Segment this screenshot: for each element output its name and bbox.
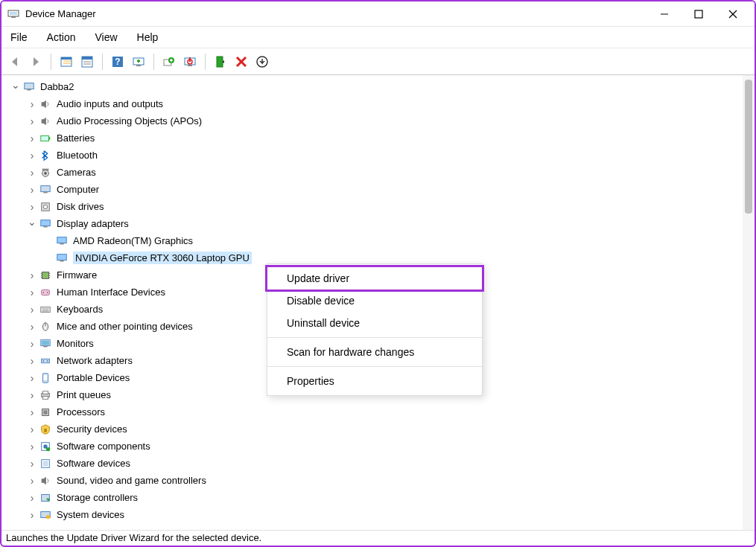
nav-back-button[interactable]	[6, 53, 24, 71]
chevron-right-icon[interactable]	[27, 390, 37, 400]
chevron-right-icon[interactable]	[27, 287, 37, 298]
monitor-icon	[39, 337, 52, 351]
chevron-right-icon[interactable]	[27, 373, 37, 383]
update-driver-button[interactable]	[160, 53, 178, 71]
maximize-button[interactable]	[682, 3, 716, 25]
toolbar-divider	[102, 54, 103, 70]
tree-category[interactable]: Batteries	[6, 129, 743, 147]
component-icon	[39, 440, 52, 453]
chevron-right-icon[interactable]	[27, 476, 37, 486]
tree-category[interactable]: Security devices	[6, 420, 743, 438]
nav-forward-button[interactable]	[27, 53, 45, 71]
ctx-update-driver[interactable]: Update driver	[267, 267, 482, 290]
menu-file[interactable]: File	[7, 30, 31, 45]
svg-rect-43	[42, 272, 49, 278]
chevron-right-icon[interactable]	[27, 510, 37, 520]
tree-label: Bluetooth	[57, 150, 98, 161]
svg-point-52	[47, 292, 48, 293]
tree-category[interactable]: System devices	[6, 506, 743, 523]
tree-category[interactable]: Sound, video and game controllers	[6, 472, 743, 489]
close-button[interactable]	[716, 3, 750, 25]
chevron-right-icon[interactable]	[27, 322, 37, 332]
chevron-right-icon[interactable]	[27, 356, 37, 366]
chevron-right-icon[interactable]	[27, 270, 37, 281]
svg-rect-50	[42, 290, 50, 295]
chevron-right-icon[interactable]	[27, 167, 37, 178]
title-bar: Device Manager	[1, 1, 755, 27]
tree-category[interactable]: Processors	[6, 403, 743, 420]
ctx-disable-device[interactable]: Disable device	[267, 290, 482, 312]
cpu-icon	[39, 406, 52, 419]
tree-category[interactable]: Cameras	[6, 164, 743, 181]
ctx-properties[interactable]: Properties	[267, 370, 482, 392]
app-icon	[7, 8, 19, 20]
chevron-right-icon[interactable]	[27, 116, 37, 127]
tree-label: System devices	[57, 509, 124, 520]
svg-rect-37	[41, 220, 50, 225]
tree-category[interactable]: Software devices	[6, 455, 743, 472]
help-button[interactable]: ?	[109, 53, 127, 71]
chevron-down-icon[interactable]	[27, 219, 37, 229]
menu-view[interactable]: View	[92, 30, 120, 45]
svg-rect-65	[43, 374, 47, 380]
menu-action[interactable]: Action	[44, 30, 79, 45]
scan-hardware-button[interactable]	[130, 53, 147, 71]
tree-category[interactable]: Disk drives	[6, 198, 743, 215]
tree-category[interactable]: Bluetooth	[6, 147, 743, 164]
svg-rect-39	[57, 237, 66, 243]
svg-rect-32	[42, 168, 49, 170]
speaker-icon	[39, 474, 52, 487]
computer-icon	[39, 183, 52, 196]
disable-device-button[interactable]	[181, 53, 199, 71]
tree-label: Network adapters	[57, 355, 133, 366]
chevron-down-icon[interactable]	[10, 82, 21, 92]
tree-root[interactable]: Dabba2	[6, 78, 743, 95]
tree-label: Software devices	[57, 458, 130, 469]
tree-label: Portable Devices	[57, 372, 130, 383]
tree-label: Storage controllers	[57, 492, 138, 503]
svg-point-79	[46, 515, 50, 519]
tree-device[interactable]: AMD Radeon(TM) Graphics	[6, 232, 743, 249]
install-legacy-button[interactable]	[212, 53, 229, 71]
speaker-icon	[39, 97, 52, 111]
show-hide-tree-button[interactable]	[57, 53, 75, 71]
ctx-scan-hardware[interactable]: Scan for hardware changes	[267, 341, 482, 363]
display-icon	[55, 234, 69, 248]
chevron-right-icon[interactable]	[27, 185, 37, 195]
tree-category[interactable]: Software components	[6, 438, 743, 455]
scan-changes-button[interactable]	[253, 53, 271, 71]
chevron-right-icon[interactable]	[27, 133, 37, 144]
chevron-right-icon[interactable]	[27, 424, 37, 435]
tree-category[interactable]: Display adapters	[6, 215, 743, 232]
tree-category[interactable]: Storage controllers	[6, 489, 743, 506]
status-bar: Launches the Update Driver Wizard for th…	[1, 530, 755, 547]
svg-point-36	[43, 205, 47, 208]
svg-point-31	[44, 172, 47, 175]
uninstall-device-button[interactable]	[232, 53, 250, 71]
chevron-right-icon[interactable]	[27, 202, 37, 212]
tree-label: Monitors	[57, 338, 94, 349]
minimize-button[interactable]	[647, 3, 682, 25]
properties-button[interactable]	[78, 53, 96, 71]
tree-category[interactable]: Audio Processing Objects (APOs)	[6, 112, 743, 129]
chevron-right-icon[interactable]	[27, 99, 37, 109]
tree-category[interactable]: Audio inputs and outputs	[6, 95, 743, 112]
tree-category[interactable]: Computer	[6, 181, 743, 198]
tree-label: Human Interface Devices	[57, 287, 165, 298]
chevron-right-icon[interactable]	[27, 458, 37, 469]
chevron-right-icon[interactable]	[27, 150, 37, 161]
svg-rect-2	[11, 16, 16, 18]
chevron-right-icon[interactable]	[27, 339, 37, 349]
chevron-right-icon[interactable]	[27, 304, 37, 315]
chevron-right-icon[interactable]	[27, 407, 37, 418]
ctx-uninstall-device[interactable]: Uninstall device	[267, 312, 482, 334]
scrollbar-thumb[interactable]	[745, 80, 752, 214]
svg-rect-12	[82, 57, 92, 60]
vertical-scrollbar[interactable]	[743, 75, 755, 530]
chevron-right-icon[interactable]	[27, 493, 37, 503]
menu-help[interactable]: Help	[134, 30, 162, 45]
system-icon	[39, 508, 52, 522]
menu-bar: File Action View Help	[1, 27, 755, 48]
chip-icon	[39, 269, 52, 282]
chevron-right-icon[interactable]	[27, 441, 37, 452]
